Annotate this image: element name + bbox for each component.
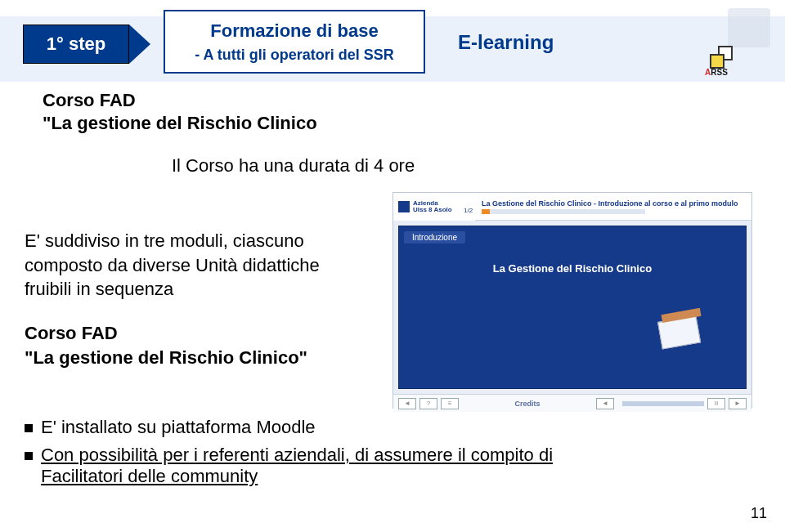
back-button[interactable]: ◄ — [398, 398, 416, 409]
org-logo-icon — [398, 201, 410, 212]
body-left: E' suddiviso in tre moduli, ciascuno com… — [25, 229, 335, 369]
mode-label: E-learning — [458, 31, 554, 54]
player-org-logo: Azienda Ulss 8 Asolo — [393, 193, 475, 221]
step-label: 1° step — [47, 34, 105, 55]
prev-button[interactable]: ◄ — [596, 398, 614, 409]
structure-paragraph: E' suddiviso in tre moduli, ciascuno com… — [25, 229, 335, 302]
fad-title: Corso FAD — [25, 321, 335, 346]
logo-text-rest: RSS — [711, 68, 728, 77]
bullet-text-1: E' installato su piattaforma Moodle — [41, 417, 316, 438]
course-duration: Il Corso ha una durata di 4 ore — [172, 155, 415, 177]
course-title-line2: "La gestione del Rischio Clinico — [43, 113, 317, 134]
player-title-bar: La Gestione del Rischio Clinico - Introd… — [475, 193, 751, 221]
bullet-item: Con possibilità per i referenti aziendal… — [25, 445, 646, 487]
base-training-line1: Formazione di base — [210, 20, 378, 42]
player-controls: ◄ ? ≡ Credits ◄ II ► — [393, 394, 751, 412]
notebook-icon — [657, 307, 708, 351]
bullet-icon — [25, 424, 33, 432]
help-button[interactable]: ? — [419, 398, 437, 409]
arrow-icon — [129, 25, 150, 64]
slide-title: La Gestione del Rischio Clinico — [399, 262, 746, 275]
base-training-line2: - A tutti gli operatori del SSR — [195, 47, 394, 64]
bullet-2-line2: Facilitatori delle community — [41, 466, 258, 486]
player-progress-indicator: 1/2 — [482, 209, 645, 214]
bullet-list: E' installato su piattaforma Moodle Con … — [25, 417, 646, 494]
bullet-2-line1: Con possibilità per i referenti aziendal… — [41, 445, 553, 465]
next-button[interactable]: ► — [729, 398, 747, 409]
bullet-text-2: Con possibilità per i referenti aziendal… — [41, 445, 553, 487]
index-button[interactable]: ≡ — [441, 398, 459, 409]
player-slide: Introduzione La Gestione del Rischio Cli… — [398, 226, 747, 389]
org-line2: Ulss 8 Asolo — [413, 207, 452, 213]
fad-subtitle: "La gestione del Rischio Clinico" — [25, 346, 335, 370]
slide-tab[interactable]: Introduzione — [404, 231, 465, 244]
playback-progress[interactable] — [622, 401, 704, 406]
progress-label: 1/2 — [464, 207, 473, 214]
base-training-box: Formazione di base - A tutti gli operato… — [164, 10, 425, 74]
player-long-title: La Gestione del Rischio Clinico - Introd… — [482, 199, 751, 208]
page-number: 11 — [751, 505, 767, 522]
logo-text: ARSS — [705, 68, 728, 77]
step-badge: 1° step — [23, 25, 129, 64]
credits-label[interactable]: Credits — [514, 400, 540, 408]
pause-button[interactable]: II — [707, 398, 725, 409]
bullet-item: E' installato su piattaforma Moodle — [25, 417, 646, 438]
player-header: Azienda Ulss 8 Asolo La Gestione del Ris… — [393, 193, 751, 221]
map-icon — [728, 8, 770, 47]
elearning-player: Azienda Ulss 8 Asolo La Gestione del Ris… — [392, 192, 752, 409]
course-title-line1: Corso FAD — [43, 90, 136, 111]
arss-logo: ARSS — [705, 8, 770, 74]
bullet-icon — [25, 452, 33, 460]
